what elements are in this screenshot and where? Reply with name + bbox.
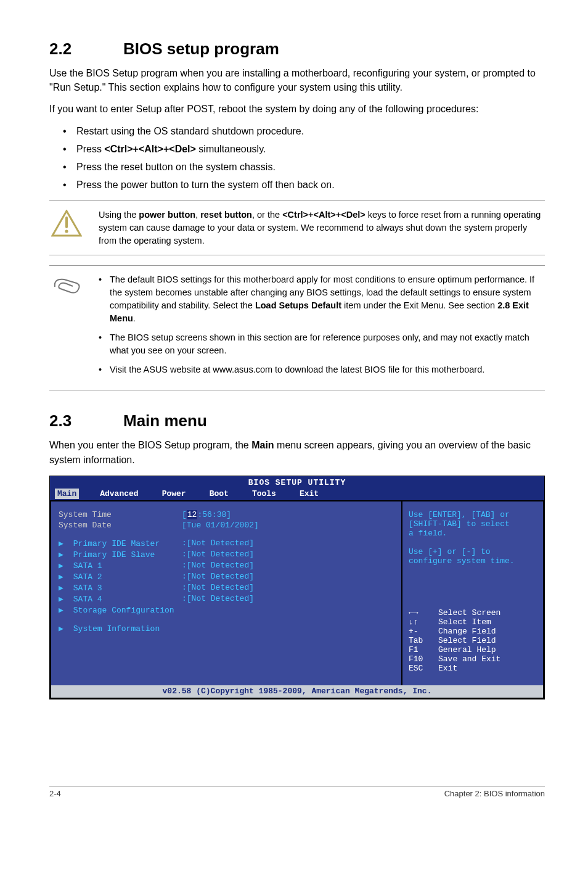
bios-label-sub: ▶ SATA 3: [59, 583, 182, 593]
bios-label-text: Primary IDE Master: [68, 539, 160, 548]
bios-key-desc: General Help: [438, 645, 496, 654]
bios-row-sub[interactable]: ▶ SATA 2:[Not Detected]: [59, 572, 394, 582]
bullet-1: Restart using the OS standard shutdown p…: [49, 124, 545, 138]
bios-row-sub[interactable]: ▶ Primary IDE Slave:[Not Detected]: [59, 550, 394, 559]
right-triangle-icon: ▶: [59, 624, 68, 633]
bios-value-sub: :[Not Detected]: [182, 594, 254, 604]
bios-key-row: ↓↑Select Item: [409, 617, 537, 627]
bios-right-panel: Use [ENTER], [TAB] or [SHIFT-TAB] to sel…: [402, 500, 544, 685]
bullet-2-post: simultaneously.: [196, 144, 266, 154]
section-2-3-paragraph-1: When you enter the BIOS Setup program, t…: [49, 438, 545, 466]
bullet-2-bold: <Ctrl>+<Alt>+<Del>: [104, 144, 196, 154]
bios-label-sub: ▶ Storage Configuration: [59, 605, 182, 615]
bios-key-desc: Save and Exit: [438, 654, 500, 664]
bios-value-sub: :[Not Detected]: [182, 550, 254, 559]
bios-tab-exit[interactable]: Exit: [297, 489, 321, 499]
bios-key-desc: Select Item: [438, 617, 491, 627]
bios-key-legend: ←→Select Screen↓↑Select Item+-Change Fie…: [409, 608, 537, 673]
warn-pre: Using the: [99, 210, 139, 220]
bios-key-row: F10Save and Exit: [409, 654, 537, 664]
bios-value-sub: :[Not Detected]: [182, 538, 254, 548]
warning-text: Using the power button, reset button, or…: [99, 208, 545, 247]
bios-label-text: Primary IDE Slave: [68, 550, 155, 559]
bios-key-code: F10: [409, 654, 438, 664]
bios-label-text: SATA 4: [68, 595, 102, 604]
bios-key-desc: Exit: [438, 664, 457, 673]
bios-key-desc: Change Field: [438, 627, 496, 636]
bios-key-row: ESCExit: [409, 664, 537, 673]
warn-mid-2: , or the: [252, 210, 282, 220]
bios-key-desc: Select Field: [438, 636, 496, 645]
bullet-3: Press the reset button on the system cha…: [49, 160, 545, 174]
s23-p1-bold: Main: [251, 440, 274, 450]
note-item-1: The default BIOS settings for this mothe…: [99, 273, 545, 325]
bios-value-sub: :[Not Detected]: [182, 561, 254, 571]
right-triangle-icon: ▶: [59, 594, 68, 604]
bios-row-sub[interactable]: ▶ Storage Configuration: [59, 605, 394, 615]
bios-tab-main[interactable]: Main: [55, 489, 79, 499]
bios-row-sub[interactable]: ▶ System Information: [59, 624, 394, 633]
right-triangle-icon: ▶: [59, 538, 68, 548]
bios-label-system-time: System Time: [59, 510, 182, 519]
right-triangle-icon: ▶: [59, 561, 68, 571]
bullet-4: Press the power button to turn the syste…: [49, 178, 545, 192]
bios-value-sub: :[Not Detected]: [182, 572, 254, 582]
bios-row-sub[interactable]: ▶ SATA 1:[Not Detected]: [59, 561, 394, 571]
bios-label-sub: ▶ System Information: [59, 624, 182, 633]
bios-screenshot: BIOS SETUP UTILITY Main Advanced Power B…: [49, 476, 545, 699]
bios-key-code: ESC: [409, 664, 438, 673]
bios-row-sub[interactable]: ▶ SATA 4:[Not Detected]: [59, 594, 394, 604]
bios-label-text: SATA 2: [68, 572, 102, 582]
note1-post: .: [133, 313, 136, 323]
bios-value-system-time: [12:56:38]: [182, 510, 231, 519]
bios-tab-advanced[interactable]: Advanced: [97, 489, 141, 499]
right-triangle-icon: ▶: [59, 583, 68, 593]
page-footer: 2-4 Chapter 2: BIOS information: [49, 786, 545, 798]
warning-callout: Using the power button, reset button, or…: [49, 200, 545, 255]
section-2-3-title: Main menu: [123, 411, 207, 430]
bios-tab-boot[interactable]: Boot: [207, 489, 231, 499]
bios-row-system-date[interactable]: System Date [Tue 01/01/2002]: [59, 521, 394, 530]
bios-key-code: ←→: [409, 608, 438, 617]
paperclip-note-icon: [49, 273, 84, 382]
time-post: :56:38]: [197, 510, 231, 519]
warning-triangle-icon: [49, 208, 84, 247]
warn-mid-1: ,: [195, 210, 200, 220]
bios-tab-power[interactable]: Power: [160, 489, 189, 499]
bios-row-sub[interactable]: ▶ Primary IDE Master:[Not Detected]: [59, 538, 394, 548]
bios-key-code: ↓↑: [409, 617, 438, 627]
section-2-2-paragraph-1: Use the BIOS Setup program when you are …: [49, 66, 545, 94]
note-callout: The default BIOS settings for this mothe…: [49, 265, 545, 390]
bios-value-system-date: [Tue 01/01/2002]: [182, 521, 259, 530]
bios-label-system-date: System Date: [59, 521, 182, 530]
bios-label-text: System Information: [68, 624, 160, 633]
bullet-2: Press <Ctrl>+<Alt>+<Del> simultaneously.: [49, 142, 545, 156]
section-2-3-number: 2.3: [49, 411, 123, 431]
time-highlight: 12: [187, 510, 198, 519]
bios-key-code: +-: [409, 627, 438, 636]
note1-bold-1: Load Setups Default: [255, 300, 341, 310]
section-2-2-bullets: Restart using the OS standard shutdown p…: [49, 124, 545, 192]
time-pre: [: [182, 510, 187, 519]
page-number: 2-4: [49, 789, 61, 798]
note-item-2: The BIOS setup screens shown in this sec…: [99, 331, 545, 357]
bios-key-row: TabSelect Field: [409, 636, 537, 645]
bios-key-code: F1: [409, 645, 438, 654]
bios-left-panel: System Time [12:56:38] System Date [Tue …: [50, 500, 402, 685]
bios-tab-bar: Main Advanced Power Boot Tools Exit: [50, 489, 544, 500]
right-triangle-icon: ▶: [59, 550, 68, 559]
bios-label-sub: ▶ Primary IDE Master: [59, 538, 182, 548]
bios-key-row: F1General Help: [409, 645, 537, 654]
note-item-3: Visit the ASUS website at www.asus.com t…: [99, 363, 545, 376]
section-2-3-heading: 2.3Main menu: [49, 411, 545, 431]
section-2-2-heading: 2.2BIOS setup program: [49, 39, 545, 59]
bios-help-text: Use [ENTER], [TAB] or [SHIFT-TAB] to sel…: [409, 510, 537, 566]
bios-title: BIOS SETUP UTILITY: [50, 476, 544, 489]
bios-row-system-time[interactable]: System Time [12:56:38]: [59, 510, 394, 519]
right-triangle-icon: ▶: [59, 605, 68, 615]
bios-tab-tools[interactable]: Tools: [250, 489, 279, 499]
bios-label-sub: ▶ SATA 2: [59, 572, 182, 582]
bios-row-sub[interactable]: ▶ SATA 3:[Not Detected]: [59, 583, 394, 593]
bios-label-text: SATA 3: [68, 584, 102, 593]
warn-bold-3: <Ctrl>+<Alt>+<Del>: [282, 210, 365, 220]
